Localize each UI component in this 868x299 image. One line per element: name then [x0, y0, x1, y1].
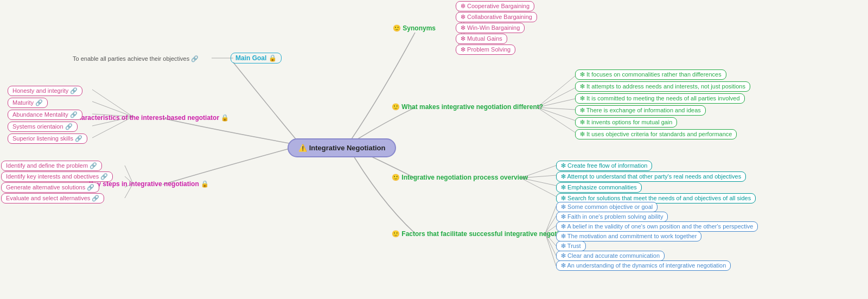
process-overview-label: Integrative negotiation process overview — [401, 174, 528, 181]
step-3: Generate alternative solutions 🔗 — [1, 182, 99, 193]
what-makes-6: ❇ It uses objective criteria for standar… — [575, 129, 737, 139]
synonym-5: ❇ Problem Solving — [456, 44, 515, 55]
central-icon: ⚠️ — [298, 144, 307, 152]
char-2: Maturity 🔗 — [8, 98, 48, 108]
connections-svg — [0, 0, 868, 299]
synonyms-branch: 🙂 Synonyms — [391, 23, 438, 33]
synonym-1: ❇ Cooperative Bargaining — [456, 1, 534, 11]
factor-2: ❇ Faith in one's problem solving ability — [556, 212, 668, 222]
char-4: Systems orientaion 🔗 — [8, 122, 78, 132]
what-makes-branch: 🙂 What makes integrative negotiation dif… — [390, 102, 545, 112]
central-node: ⚠️ Integrative Negotiation — [288, 138, 396, 157]
what-makes-4: ❇ There is exchange of information and i… — [575, 105, 706, 116]
characteristics-branch: Characteristics of the interest-based ne… — [71, 113, 231, 123]
process-1: ❇ Create free flow of information — [556, 161, 652, 171]
char-3: Abundance Mentality 🔗 — [8, 110, 82, 120]
what-makes-1: ❇ It focuses on commonalities rather tha… — [575, 69, 726, 80]
factor-1: ❇ Some common objective or goal — [556, 202, 658, 212]
synonym-2: ❇ Collaborative Bargaining — [456, 12, 537, 22]
process-overview-branch: 🙂 Integrative negotiation process overvi… — [390, 173, 530, 182]
factor-6: ❇ Clear and accurate communication — [556, 251, 665, 261]
step-4: Evaluate and select alternatives 🔗 — [1, 193, 104, 203]
synonyms-label: Synonyms — [403, 24, 436, 32]
main-goal-static-text: To enable all parties achieve their obje… — [73, 55, 199, 62]
process-3: ❇ Emphasize commonalities — [556, 182, 642, 193]
step-1: Identify and define the problem 🔗 — [1, 161, 102, 171]
main-goal-node: Main Goal 🔒 — [231, 53, 282, 63]
char-5: Superior listening skills 🔗 — [8, 133, 87, 144]
char-1: Honesty and integrity 🔗 — [8, 86, 82, 96]
main-goal-text: To enable all parties achieve their obje… — [71, 54, 201, 63]
what-makes-2: ❇ It attempts to address needs and inter… — [575, 81, 750, 92]
factor-4: ❇ The motivation and commitment to work … — [556, 231, 701, 241]
synonyms-icon: 🙂 — [393, 24, 403, 32]
characteristics-label: Characteristics of the interest-based ne… — [73, 114, 229, 122]
step-2: Identify key interests and obectives 🔗 — [1, 171, 113, 182]
process-2: ❇ Attempt to understand that other party… — [556, 171, 746, 182]
what-makes-5: ❇ It invents options for mutual gain — [575, 117, 677, 128]
factor-5: ❇ Trust — [556, 241, 586, 251]
main-goal-label: Main Goal 🔒 — [235, 54, 277, 62]
factors-label: Factors that facilitate successful integ… — [401, 230, 574, 238]
what-makes-3: ❇ It is committed to meeting the needs o… — [575, 93, 745, 104]
factor-7: ❇ An understanding of the dynamics of in… — [556, 260, 731, 271]
factor-3: ❇ A belief in the validity of one's own … — [556, 221, 758, 232]
what-makes-label: What makes integrative negotiation diffe… — [401, 103, 543, 111]
factors-branch: 🙂 Factors that facilitate successful int… — [390, 229, 576, 239]
mindmap-container: ⚠️ Integrative Negotiation To enable all… — [0, 0, 868, 299]
central-label: Integrative Negotiation — [309, 144, 386, 152]
synonym-3: ❇ Win-Win Bargaining — [456, 23, 525, 33]
synonym-4: ❇ Mutual Gains — [456, 34, 507, 44]
